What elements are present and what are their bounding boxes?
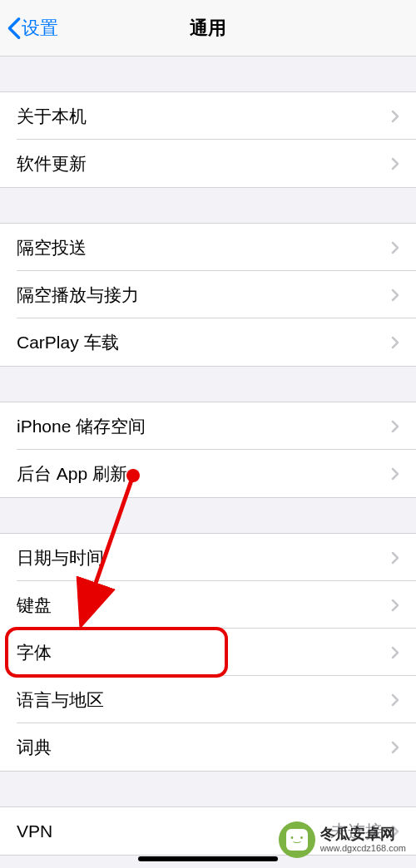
- settings-item-iphone-storage[interactable]: iPhone 储存空间: [0, 402, 416, 450]
- chevron-right-icon: [391, 551, 399, 565]
- chevron-right-icon: [391, 157, 399, 170]
- item-label: 软件更新: [17, 152, 391, 175]
- item-label: iPhone 储存空间: [17, 415, 391, 438]
- group-spacer: [0, 188, 416, 223]
- watermark-title: 冬瓜安卓网: [320, 826, 406, 843]
- chevron-right-icon: [391, 741, 399, 754]
- settings-item-carplay[interactable]: CarPlay 车载: [0, 318, 416, 366]
- item-label: 键盘: [17, 594, 391, 617]
- list-group: iPhone 储存空间后台 App 刷新: [0, 402, 416, 498]
- item-label: 隔空播放与接力: [17, 284, 391, 307]
- item-label: 词典: [17, 736, 391, 759]
- list-group: 日期与时间键盘字体语言与地区词典: [0, 533, 416, 772]
- item-label: 日期与时间: [17, 546, 391, 570]
- chevron-left-icon: [7, 17, 22, 40]
- group-spacer: [0, 57, 416, 91]
- list-group: 关于本机软件更新: [0, 91, 416, 188]
- chevron-right-icon: [391, 336, 399, 349]
- watermark-url: www.dgxcdz168.com: [320, 843, 406, 853]
- chevron-right-icon: [391, 110, 399, 123]
- settings-item-airplay-handoff[interactable]: 隔空播放与接力: [0, 271, 416, 318]
- chevron-right-icon: [391, 646, 399, 659]
- group-spacer: [0, 772, 416, 806]
- settings-item-fonts[interactable]: 字体: [0, 629, 416, 676]
- watermark-logo-icon: [279, 821, 315, 858]
- list-group: 隔空投送隔空播放与接力CarPlay 车载: [0, 223, 416, 367]
- settings-item-language-region[interactable]: 语言与地区: [0, 676, 416, 723]
- watermark: 冬瓜安卓网 www.dgxcdz168.com: [279, 821, 406, 858]
- page-title: 通用: [190, 16, 226, 41]
- item-label: 隔空投送: [17, 236, 391, 259]
- item-label: 关于本机: [17, 105, 391, 128]
- settings-item-date-time[interactable]: 日期与时间: [0, 534, 416, 581]
- chevron-right-icon: [391, 420, 399, 433]
- chevron-right-icon: [391, 693, 399, 707]
- back-button[interactable]: 设置: [0, 16, 58, 41]
- settings-item-airdrop[interactable]: 隔空投送: [0, 224, 416, 271]
- settings-item-software-update[interactable]: 软件更新: [0, 140, 416, 187]
- item-label: 后台 App 刷新: [17, 462, 391, 486]
- settings-item-about[interactable]: 关于本机: [0, 92, 416, 140]
- item-label: CarPlay 车载: [17, 331, 391, 354]
- chevron-right-icon: [391, 289, 399, 302]
- item-label: 语言与地区: [17, 688, 391, 712]
- group-spacer: [0, 498, 416, 533]
- back-label: 设置: [22, 16, 58, 41]
- chevron-right-icon: [391, 241, 399, 254]
- home-indicator: [138, 856, 278, 861]
- chevron-right-icon: [391, 467, 399, 481]
- chevron-right-icon: [391, 599, 399, 612]
- group-spacer: [0, 367, 416, 402]
- settings-item-keyboard[interactable]: 键盘: [0, 581, 416, 629]
- settings-item-background-app-refresh[interactable]: 后台 App 刷新: [0, 450, 416, 497]
- settings-item-dictionary[interactable]: 词典: [0, 723, 416, 771]
- nav-bar: 设置 通用: [0, 0, 416, 57]
- item-label: 字体: [17, 641, 391, 664]
- settings-content: 关于本机软件更新隔空投送隔空播放与接力CarPlay 车载iPhone 储存空间…: [0, 57, 416, 856]
